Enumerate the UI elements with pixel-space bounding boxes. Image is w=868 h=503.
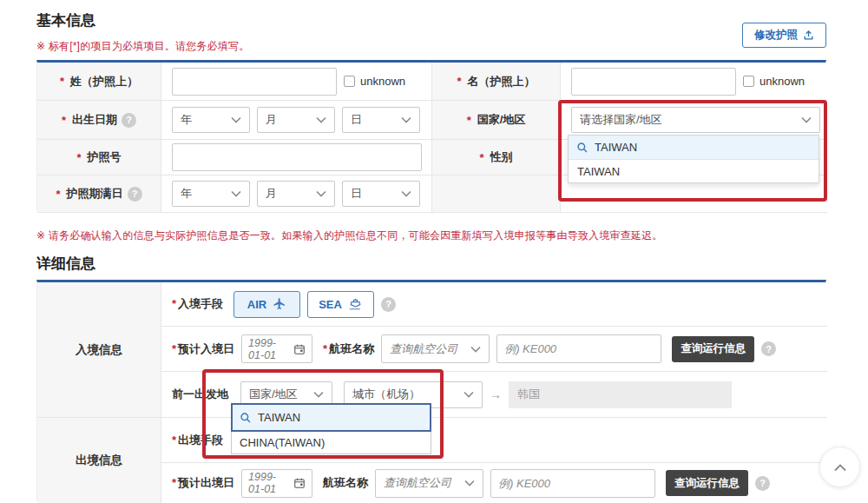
entry-flight-no-input[interactable] — [496, 334, 661, 363]
passport-no-label: * 护照号 — [37, 140, 161, 175]
chevron-down-icon — [231, 190, 241, 197]
search-icon — [576, 142, 589, 154]
entry-method-help-icon[interactable]: ? — [381, 297, 396, 312]
entry-date-picker[interactable]: 1999-01-01 — [241, 334, 312, 363]
country-label: * 国家/地区 — [432, 101, 561, 140]
birthdate-label: * 出生日期 ? — [37, 101, 161, 140]
exit-date-row: *预计出境日 1999-01-01 航班名称 查询航空公司 查询运行信息 ? — [161, 463, 827, 503]
entry-info-group-label: 入境信息 — [37, 282, 161, 418]
entry-date-label: *预计入境日 — [172, 341, 234, 357]
surname-input[interactable] — [172, 68, 337, 96]
surname-unknown-checkbox[interactable]: unknown — [344, 75, 405, 88]
entry-airline-select[interactable]: 查询航空公司 — [381, 334, 490, 363]
detail-info-title: 详细信息 — [36, 254, 95, 274]
arrow-right-icon: → — [490, 387, 502, 401]
calendar-icon — [293, 477, 306, 489]
passport-confirm-note: ※ 请务必确认输入的信息与实际护照信息是否一致。如果输入的护照信息不同，可能会因… — [36, 228, 662, 243]
exit-airline-select[interactable]: 查询航空公司 — [375, 469, 483, 498]
passport-expiry-label: * 护照期满日 ? — [37, 175, 161, 213]
checkbox-icon — [344, 76, 355, 87]
entry-flight-label: *航班名称 — [323, 341, 374, 357]
ship-icon — [348, 297, 363, 311]
entry-sea-button[interactable]: SEA — [307, 291, 374, 318]
required-marker: * — [457, 75, 461, 88]
givenname-unknown-checkbox[interactable]: unknown — [743, 75, 805, 88]
birth-year-select[interactable]: 年 — [172, 107, 250, 133]
birth-day-select[interactable]: 日 — [342, 107, 420, 133]
required-marker: * — [479, 151, 483, 164]
birthdate-help-icon[interactable]: ? — [122, 113, 136, 128]
chevron-down-icon — [401, 190, 411, 197]
modify-passport-label: 修改护照 — [754, 28, 798, 43]
expiry-month-select[interactable]: 月 — [257, 181, 335, 207]
unknown-label: unknown — [760, 75, 805, 88]
airplane-icon — [273, 297, 286, 311]
entry-date-row: *预计入境日 1999-01-01 *航班名称 查询航空公司 查询运行信息 ? — [161, 327, 827, 372]
scroll-to-top-button[interactable] — [819, 447, 860, 487]
givenname-input[interactable] — [571, 68, 736, 96]
chevron-down-icon — [464, 391, 474, 398]
exit-flight-label: 航班名称 — [323, 475, 368, 491]
exit-date-label: *预计出境日 — [172, 475, 234, 491]
chevron-down-icon — [316, 116, 326, 123]
arrival-card-form-page: 基本信息 ※ 标有[*]的项目为必填项目。请您务必填写。 修改护照 * 姓（护照… — [0, 0, 868, 503]
entry-air-button[interactable]: AIR — [233, 291, 300, 318]
passport-no-input[interactable] — [172, 143, 422, 171]
exit-info-group-label: 出境信息 — [37, 418, 161, 503]
required-fields-note: ※ 标有[*]的项目为必填项目。请您务必填写。 — [36, 39, 249, 54]
exit-flight-help-icon[interactable]: ? — [755, 476, 770, 491]
country-dropdown-panel: TAIWAN TAIWAN — [568, 135, 819, 183]
chevron-down-icon — [801, 116, 812, 123]
required-marker: * — [76, 151, 81, 164]
entry-method-row: *入境手段 AIR SEA ? — [161, 282, 827, 327]
required-marker: * — [467, 114, 471, 127]
expiry-help-icon[interactable]: ? — [128, 187, 142, 202]
expiry-day-select[interactable]: 日 — [342, 181, 420, 207]
upload-icon — [803, 30, 814, 41]
required-marker: * — [56, 188, 60, 201]
chevron-down-icon — [313, 391, 324, 398]
surname-label: * 姓（护照上） — [37, 63, 161, 101]
prev-departure-label: 前一出发地 — [172, 387, 228, 402]
modify-passport-button[interactable]: 修改护照 — [742, 23, 826, 48]
required-marker: * — [62, 114, 66, 127]
search-icon — [240, 412, 252, 424]
unknown-label: unknown — [360, 75, 405, 88]
chevron-down-icon — [231, 116, 241, 123]
checkbox-icon — [743, 76, 754, 87]
entry-method-label: *入境手段 — [172, 296, 223, 312]
country-dropdown-search[interactable]: TAIWAN — [569, 136, 819, 160]
required-marker: * — [60, 75, 64, 88]
departure-dropdown-panel: TAIWAN CHINA(TAIWAN) — [231, 403, 431, 454]
birth-month-select[interactable]: 月 — [257, 107, 335, 133]
calendar-icon — [293, 343, 306, 355]
departure-dropdown-search[interactable]: TAIWAN — [231, 403, 431, 432]
exit-method-label: *出境手段 — [172, 433, 223, 448]
basic-info-title: 基本信息 — [36, 10, 95, 30]
exit-date-picker[interactable]: 1999-01-01 — [241, 469, 312, 498]
chevron-up-icon — [833, 463, 847, 472]
country-select[interactable]: 请选择国家/地区 — [571, 107, 820, 133]
givenname-label: * 名（护照上） — [432, 63, 561, 101]
exit-flight-no-input[interactable] — [490, 469, 655, 498]
country-dropdown-option-taiwan[interactable]: TAIWAN — [569, 160, 819, 182]
detail-info-table: 入境信息 *入境手段 AIR SEA ? *预计入境日 1999-01-01 — [36, 280, 826, 501]
chevron-down-icon — [464, 480, 475, 486]
departure-dropdown-option-china-taiwan[interactable]: CHINA(TAIWAN) — [231, 432, 431, 454]
chevron-down-icon — [470, 346, 481, 353]
chevron-down-icon — [316, 190, 326, 197]
expiry-year-select[interactable]: 年 — [172, 181, 250, 207]
exit-search-flight-button[interactable]: 查询运行信息 — [666, 470, 748, 496]
entry-flight-help-icon[interactable]: ? — [761, 341, 776, 356]
destination-korea-field: 韩国 — [509, 381, 732, 408]
chevron-down-icon — [401, 116, 411, 123]
entry-search-flight-button[interactable]: 查询运行信息 — [672, 336, 754, 362]
gender-label: * 性别 — [432, 140, 561, 175]
